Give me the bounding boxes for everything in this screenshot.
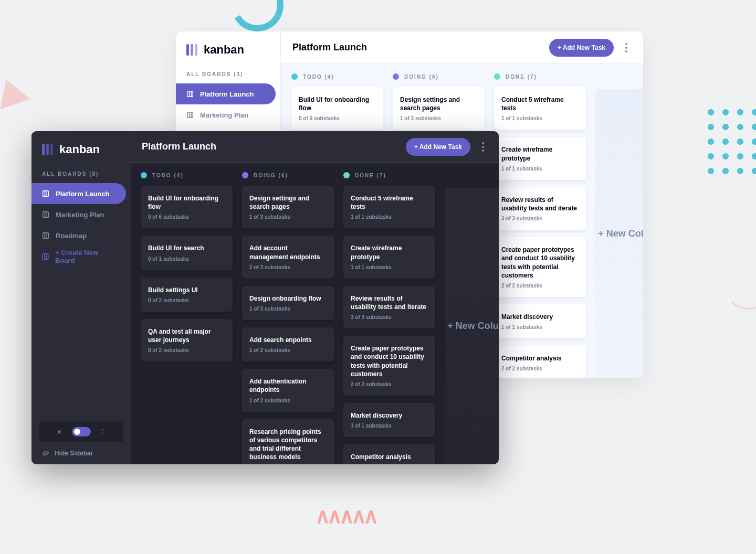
board-label: Platform Launch [200, 90, 254, 98]
task-card[interactable]: Design settings and search pages1 of 3 s… [242, 186, 334, 228]
task-card[interactable]: Add search enpoints1 of 2 substasks [242, 327, 334, 361]
sidebar-board-item[interactable]: Platform Launch [32, 183, 126, 204]
task-subtasks-count: 1 of 3 substasks [400, 115, 477, 121]
board-column: DONE (7)Conduct 5 wireframe tests1 of 1 … [343, 172, 435, 464]
add-task-button[interactable]: + Add New Task [406, 138, 470, 156]
board-label: Roadmap [56, 232, 87, 240]
task-card[interactable]: Conduct 5 wireframe tests1 of 1 substask… [494, 87, 586, 130]
task-subtasks-count: 2 of 2 substasks [501, 366, 579, 371]
task-subtasks-count: 1 of 3 substasks [249, 214, 327, 220]
theme-switch[interactable] [72, 427, 91, 436]
sidebar-board-item[interactable]: Marketing Plan [176, 104, 276, 125]
task-card[interactable]: Create wireframe prototype1 of 1 substas… [494, 137, 586, 179]
task-subtasks-count: 1 of 3 substasks [249, 306, 327, 312]
task-subtasks-count: 1 of 2 substasks [249, 347, 327, 353]
more-options-icon[interactable] [478, 142, 488, 152]
column-name: TODO (4) [152, 173, 184, 178]
task-card[interactable]: Create wireframe prototype1 of 1 substas… [343, 236, 435, 278]
task-title: Add search enpoints [249, 336, 327, 344]
task-card[interactable]: QA and test all major user journeys0 of … [141, 319, 233, 361]
column-header: DOING (6) [393, 73, 485, 80]
task-card[interactable]: Design onboarding flow1 of 3 substasks [242, 286, 334, 320]
new-column-button[interactable]: + New Column [445, 188, 499, 464]
all-boards-label: ALL BOARDS (8) [32, 156, 131, 183]
task-card[interactable]: Competitor analysis2 of 2 substasks [494, 346, 586, 378]
eye-slash-icon [42, 450, 49, 456]
task-card[interactable]: Conduct 5 wireframe tests1 of 1 substask… [343, 186, 435, 228]
task-subtasks-count: 0 of 1 substasks [148, 256, 225, 262]
board-icon [186, 91, 194, 97]
task-card[interactable]: Research pricing points of various compe… [242, 419, 334, 465]
column-header: DONE (7) [494, 73, 586, 80]
task-title: Create wireframe prototype [501, 145, 579, 162]
task-subtasks-count: 1 of 1 substasks [501, 166, 579, 172]
page-title: Platform Launch [292, 42, 367, 53]
logo-icon [42, 144, 53, 155]
board-icon [42, 211, 49, 218]
task-card[interactable]: Build UI for onboarding flow0 of 6 subst… [291, 87, 383, 130]
task-subtasks-count: 0 of 6 substasks [148, 214, 225, 220]
sidebar-board-item[interactable]: Platform Launch [176, 83, 276, 104]
column-name: DONE (7) [355, 173, 386, 178]
logo-icon [186, 44, 197, 56]
decorative-zigzag: ∧∧∧∧∧ [315, 504, 375, 528]
task-title: Market discovery [351, 411, 428, 420]
decorative-dots [704, 105, 756, 178]
task-title: Create paper prototypes and conduct 10 u… [351, 344, 428, 378]
task-card[interactable]: Market discovery1 of 1 substasks [494, 304, 586, 338]
task-title: Design settings and search pages [400, 95, 477, 112]
task-title: Conduct 5 wireframe tests [351, 194, 428, 211]
task-subtasks-count: 1 of 1 substasks [351, 264, 428, 270]
task-subtasks-count: 0 of 6 substasks [299, 115, 376, 121]
brand-logo: kanban [32, 131, 131, 156]
brand-logo: kanban [176, 31, 280, 57]
sidebar-board-item[interactable]: Marketing Plan [32, 204, 126, 225]
sun-icon: ☀ [56, 428, 62, 436]
task-card[interactable]: Build UI for search0 of 1 substasks [141, 236, 233, 270]
task-card[interactable]: Build settings UI0 of 2 substasks [141, 278, 233, 312]
task-subtasks-count: 0 of 2 substasks [148, 297, 225, 303]
task-card[interactable]: Add account management endpoints2 of 3 s… [242, 236, 334, 278]
board-body: TODO (4)Build UI for onboarding flow0 of… [131, 163, 499, 464]
task-title: Review results of usability tests and it… [501, 196, 579, 212]
task-card[interactable]: Design settings and search pages1 of 3 s… [393, 87, 485, 130]
task-card[interactable]: Competitor analysis2 of 2 substasks [343, 444, 435, 464]
create-board-button[interactable]: + Create New Board [32, 246, 126, 267]
new-column-button[interactable]: + New Column [595, 89, 643, 378]
task-title: Research pricing points of various compe… [249, 428, 327, 462]
task-title: Build UI for onboarding flow [299, 95, 376, 112]
task-title: Design settings and search pages [249, 194, 327, 211]
task-card[interactable]: Create paper prototypes and conduct 10 u… [343, 336, 435, 396]
board-icon [42, 232, 49, 239]
task-subtasks-count: 3 of 3 substasks [501, 216, 579, 221]
dark-theme-window: kanban ALL BOARDS (8) Platform LaunchMar… [32, 131, 499, 464]
brand-name: kanban [59, 143, 100, 156]
task-subtasks-count: 1 of 2 substasks [249, 398, 327, 403]
column-name: DONE (7) [506, 74, 537, 80]
task-card[interactable]: Market discovery1 of 1 substasks [343, 403, 435, 437]
add-task-button[interactable]: + Add New Task [549, 39, 614, 57]
task-card[interactable]: Review results of usability tests and it… [494, 187, 586, 230]
task-title: Competitor analysis [351, 453, 428, 461]
board-column: TODO (4)Build UI for onboarding flow0 of… [141, 172, 233, 464]
column-color-dot [494, 73, 500, 80]
column-name: DOING (6) [254, 173, 288, 178]
task-subtasks-count: 1 of 1 substasks [351, 423, 428, 429]
board-icon [42, 190, 49, 197]
task-subtasks-count: 1 of 1 substasks [351, 214, 428, 220]
board-label: Marketing Plan [200, 111, 248, 119]
task-card[interactable]: Create paper prototypes and conduct 10 u… [494, 237, 586, 297]
task-subtasks-count: 2 of 2 substasks [501, 283, 579, 289]
board-icon [186, 112, 194, 118]
task-subtasks-count: 2 of 2 substasks [351, 381, 428, 387]
task-card[interactable]: Review results of usability tests and it… [343, 286, 435, 328]
task-title: Build UI for search [148, 244, 225, 252]
more-options-icon[interactable] [621, 43, 632, 52]
task-card[interactable]: Build UI for onboarding flow0 of 6 subst… [141, 186, 233, 228]
sidebar: kanban ALL BOARDS (8) Platform LaunchMar… [32, 131, 131, 464]
sidebar-board-item[interactable]: Roadmap [32, 225, 126, 246]
hide-sidebar-button[interactable]: Hide Sidebar [32, 442, 131, 464]
task-title: Create wireframe prototype [351, 244, 428, 261]
task-card[interactable]: Add authentication endpoints1 of 2 subst… [242, 369, 334, 411]
task-subtasks-count: 3 of 3 substasks [351, 314, 428, 320]
